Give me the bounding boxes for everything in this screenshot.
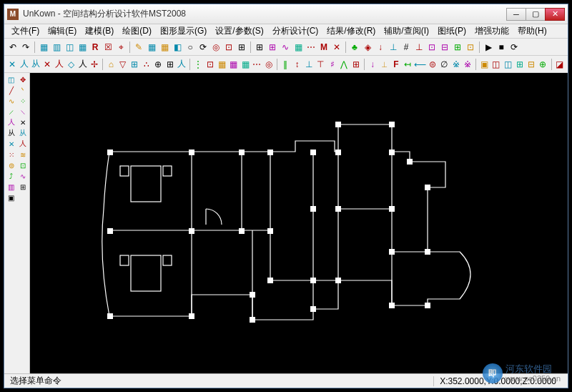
tb1-btn-30[interactable]: ◈ — [362, 41, 373, 53]
tb1-btn-27[interactable]: ✕ — [331, 41, 342, 53]
tb2-btn-12[interactable]: ∴ — [142, 59, 152, 70]
left-tool-5-0[interactable]: 从 — [6, 128, 16, 138]
tb2-btn-37[interactable]: ⟵ — [414, 59, 425, 70]
tb1-btn-25[interactable]: ⋯ — [305, 41, 317, 53]
tb1-btn-33[interactable]: # — [400, 41, 412, 53]
tb2-btn-13[interactable]: ⊕ — [153, 59, 163, 70]
tb2-btn-26[interactable]: ↕ — [292, 59, 302, 70]
left-tool-6-0[interactable]: ✕ — [6, 139, 16, 149]
tb2-btn-15[interactable]: 人 — [177, 59, 187, 70]
left-tool-1-1[interactable]: 丶 — [17, 85, 28, 95]
close-button[interactable]: ✕ — [545, 8, 565, 21]
tb1-btn-12[interactable]: ▦ — [146, 41, 157, 53]
left-tool-4-1[interactable]: ✕ — [17, 117, 28, 127]
tb2-btn-5[interactable]: ◇ — [66, 59, 76, 70]
menu-item-6[interactable]: 分析设计(C) — [268, 24, 323, 39]
tb1-btn-37[interactable]: ⊞ — [452, 41, 463, 53]
tb2-btn-38[interactable]: ⊜ — [427, 59, 437, 70]
tb1-btn-8[interactable]: ☒ — [102, 41, 114, 53]
menu-item-5[interactable]: 设置/参数(S) — [211, 24, 267, 39]
tb1-btn-1[interactable]: ↷ — [20, 41, 31, 53]
left-tool-3-1[interactable]: ⟍ — [17, 107, 28, 117]
left-tool-11-1[interactable] — [17, 192, 28, 202]
tb2-btn-30[interactable]: ⋀ — [339, 59, 349, 70]
tb2-btn-0[interactable]: ✕ — [7, 59, 17, 70]
menu-item-1[interactable]: 编辑(E) — [44, 24, 81, 39]
tb2-btn-2[interactable]: 从 — [31, 59, 41, 70]
menu-item-10[interactable]: 增强功能 — [470, 24, 513, 39]
menu-item-11[interactable]: 帮助(H) — [513, 24, 551, 39]
tb1-btn-24[interactable]: ▦ — [292, 41, 304, 53]
tb2-btn-19[interactable]: ▦ — [217, 59, 227, 70]
tb1-btn-16[interactable]: ⟳ — [197, 41, 209, 53]
tb1-btn-31[interactable]: ↓ — [375, 41, 386, 53]
tb2-btn-43[interactable]: ▣ — [479, 59, 489, 70]
tb1-btn-13[interactable]: ▦ — [159, 41, 170, 53]
tb1-btn-18[interactable]: ⊡ — [223, 41, 235, 53]
tb2-btn-36[interactable]: ↤ — [403, 59, 413, 70]
tb2-btn-7[interactable]: ✢ — [89, 59, 99, 70]
left-tool-10-0[interactable]: ▥ — [6, 182, 16, 192]
tb2-btn-46[interactable]: ⊞ — [514, 59, 524, 70]
tb2-btn-40[interactable]: ※ — [450, 59, 460, 70]
tb2-btn-34[interactable]: ⟂ — [379, 59, 389, 70]
tb2-btn-47[interactable]: ⊟ — [526, 59, 536, 70]
tb1-btn-4[interactable]: ▥ — [51, 41, 62, 53]
left-tool-11-0[interactable]: ▣ — [6, 192, 16, 202]
tb1-btn-7[interactable]: R — [89, 41, 101, 53]
tb2-btn-44[interactable]: ◫ — [490, 59, 500, 70]
tb1-btn-26[interactable]: M — [318, 41, 330, 53]
tb2-btn-27[interactable]: ⊥ — [304, 59, 314, 70]
tb1-btn-34[interactable]: ⊥ — [413, 41, 425, 53]
tb1-btn-9[interactable]: ⌖ — [115, 41, 127, 53]
tb2-btn-23[interactable]: ◎ — [264, 59, 274, 70]
tb2-btn-41[interactable]: ※ — [463, 59, 473, 70]
menu-item-0[interactable]: 文件(F) — [7, 24, 44, 39]
tb1-btn-36[interactable]: ⊟ — [439, 41, 450, 53]
tb2-btn-21[interactable]: ▦ — [240, 59, 250, 70]
tb2-btn-35[interactable]: F — [391, 59, 401, 70]
tb1-btn-0[interactable]: ↶ — [7, 41, 19, 53]
tb1-btn-21[interactable]: ⊞ — [254, 41, 265, 53]
tb2-btn-45[interactable]: ◫ — [503, 59, 513, 70]
tb2-btn-14[interactable]: ⊞ — [164, 59, 174, 70]
tb1-btn-6[interactable]: ▦ — [77, 41, 88, 53]
menu-item-9[interactable]: 图纸(P) — [433, 24, 470, 39]
menu-item-8[interactable]: 辅助/查阅(I) — [380, 24, 433, 39]
tb1-btn-38[interactable]: ⊡ — [465, 41, 476, 53]
left-tool-8-0[interactable]: ⊚ — [6, 160, 16, 170]
tb1-btn-22[interactable]: ⊞ — [267, 41, 278, 53]
tb2-btn-3[interactable]: ✕ — [42, 59, 52, 70]
menu-item-3[interactable]: 绘图(D) — [118, 24, 156, 39]
tb2-btn-18[interactable]: ⊡ — [205, 59, 215, 70]
left-tool-2-0[interactable]: ∿ — [6, 96, 16, 106]
drawing-canvas[interactable] — [30, 73, 568, 373]
menu-item-4[interactable]: 图形显示(G) — [156, 24, 211, 39]
tb2-btn-22[interactable]: ⋯ — [252, 59, 262, 70]
tb2-btn-39[interactable]: ∅ — [439, 59, 449, 70]
tb1-btn-41[interactable]: ■ — [495, 41, 507, 53]
tb1-btn-14[interactable]: ◧ — [172, 41, 183, 53]
menu-item-7[interactable]: 结果/修改(R) — [322, 24, 380, 39]
tb2-btn-6[interactable]: 人 — [78, 59, 88, 70]
tb2-btn-17[interactable]: ⋮ — [193, 59, 203, 70]
maximize-button[interactable]: ▢ — [526, 8, 546, 21]
left-tool-9-0[interactable]: ⤴ — [6, 171, 16, 181]
left-tool-9-1[interactable]: ∿ — [17, 171, 28, 181]
tb1-btn-32[interactable]: ⊥ — [388, 41, 399, 53]
left-tool-0-0[interactable]: ◫ — [6, 74, 16, 84]
tb2-btn-25[interactable]: ‖ — [280, 59, 290, 70]
tb2-btn-33[interactable]: ↓ — [368, 59, 378, 70]
left-tool-0-1[interactable]: ✥ — [17, 74, 28, 84]
tb1-btn-40[interactable]: ▶ — [483, 41, 494, 53]
tb1-btn-23[interactable]: ∿ — [280, 41, 291, 53]
left-tool-3-0[interactable]: ⟋ — [6, 107, 16, 117]
left-tool-4-0[interactable]: 人 — [6, 117, 16, 127]
left-tool-2-1[interactable]: ⁘ — [17, 96, 28, 106]
menu-item-2[interactable]: 建模(B) — [81, 24, 118, 39]
tb2-btn-50[interactable]: ◪ — [554, 59, 564, 70]
left-tool-1-0[interactable]: ╱ — [6, 85, 16, 95]
tb1-btn-42[interactable]: ⟳ — [508, 41, 520, 53]
left-tool-7-1[interactable]: ≋ — [17, 150, 28, 160]
left-tool-5-1[interactable]: 从 — [17, 128, 28, 138]
